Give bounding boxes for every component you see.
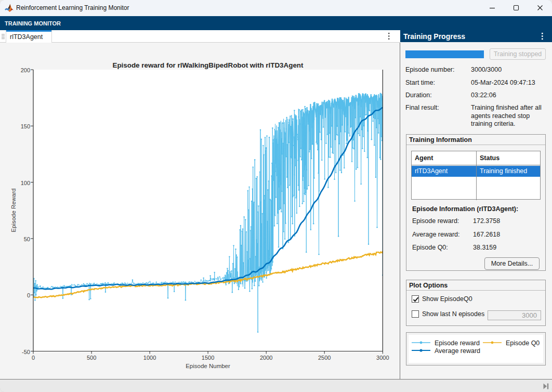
svg-text:1500: 1500 [202,355,214,361]
svg-text:500: 500 [87,355,96,361]
svg-text:-50: -50 [22,349,30,355]
svg-text:3000: 3000 [376,355,389,361]
svg-text:Episode Number: Episode Number [186,363,230,369]
svg-text:2000: 2000 [260,355,272,361]
svg-text:Episode reward for rlWalkingBi: Episode reward for rlWalkingBipedRobot w… [112,61,304,69]
svg-text:200: 200 [21,67,30,73]
svg-text:2500: 2500 [318,355,331,361]
svg-text:Episode Q0: Episode Q0 [506,339,540,347]
svg-text:Average reward: Average reward [435,347,480,355]
svg-text:0: 0 [32,355,35,361]
svg-text:Episode reward: Episode reward [435,339,480,347]
svg-text:100: 100 [21,180,30,186]
svg-text:1000: 1000 [143,355,156,361]
svg-text:150: 150 [21,123,30,129]
svg-text:Episode Reward: Episode Reward [10,188,17,232]
svg-text:0: 0 [27,292,30,298]
svg-text:50: 50 [24,236,30,242]
